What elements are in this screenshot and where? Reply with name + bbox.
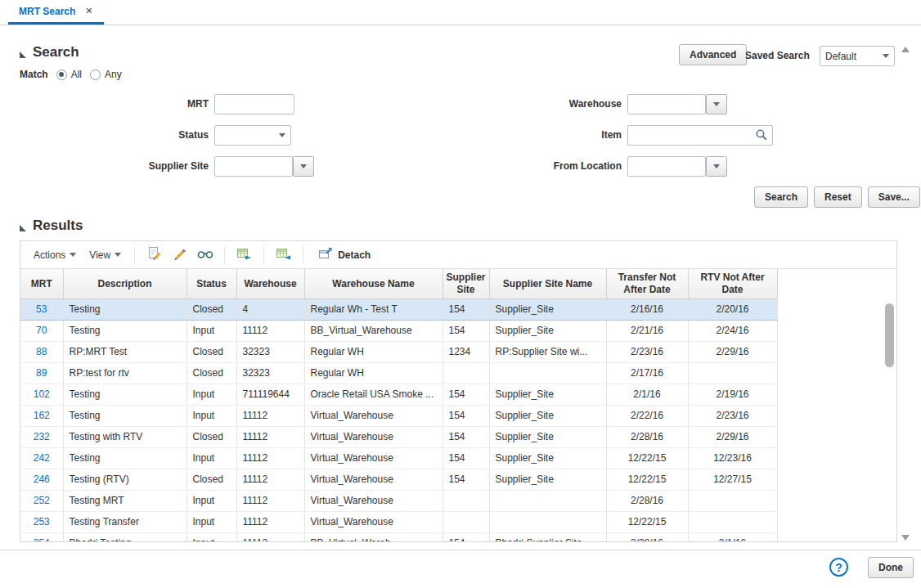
table-cell: Virtual_Warehouse	[304, 490, 443, 511]
toolbar-separator	[134, 247, 135, 263]
warehouse-lov-button[interactable]	[706, 94, 727, 114]
table-cell: Virtual_Warehouse	[304, 426, 443, 447]
mrt-link[interactable]: 254	[20, 532, 63, 541]
table-cell: Supplier_Site	[489, 320, 606, 341]
table-cell: Virtual_Warehouse	[304, 511, 443, 532]
table-cell: Supplier_Site	[489, 447, 606, 469]
saved-search-select[interactable]: Default	[820, 46, 895, 66]
page-scrollbar[interactable]	[899, 45, 911, 542]
table-cell: 11112	[236, 511, 304, 532]
create-button[interactable]	[143, 245, 165, 265]
warehouse-input[interactable]	[627, 94, 706, 114]
item-input[interactable]	[627, 125, 773, 146]
mrt-link[interactable]: 162	[20, 405, 63, 426]
tab-mrt-search[interactable]: MRT Search ✕	[8, 0, 104, 25]
table-row[interactable]: 242TestingInput11112Virtual_Warehouse154…	[20, 447, 777, 469]
column-header[interactable]: Warehouse Name	[304, 269, 443, 298]
mrt-link[interactable]: 242	[20, 447, 63, 469]
column-header[interactable]: Warehouse	[236, 269, 304, 298]
status-select[interactable]	[214, 125, 291, 146]
actions-menu[interactable]: Actions	[29, 247, 81, 263]
column-header[interactable]: Supplier Site	[443, 269, 489, 298]
collapse-results-icon[interactable]	[20, 225, 26, 231]
table-cell: Supplier_Site	[489, 469, 606, 490]
mrt-link[interactable]: 232	[20, 426, 63, 447]
help-button[interactable]: ?	[829, 558, 848, 577]
mrt-link[interactable]: 88	[20, 341, 63, 362]
table-cell: 154	[443, 405, 489, 426]
mrt-link[interactable]: 102	[20, 384, 63, 405]
table-cell: 2/21/16	[606, 320, 688, 341]
mrt-link[interactable]: 252	[20, 490, 63, 511]
table-scrollbar-thumb[interactable]	[885, 303, 894, 367]
export-all-button[interactable]	[272, 245, 294, 265]
saved-search-label: Saved Search	[745, 50, 810, 61]
table-cell: RP:test for rtv	[63, 362, 186, 384]
from-location-lov-button[interactable]	[706, 156, 727, 177]
supplier-site-input[interactable]	[214, 156, 293, 177]
mrt-link[interactable]: 70	[20, 320, 63, 341]
table-row[interactable]: 53TestingClosed4Regular Wh - Test T154Su…	[20, 298, 777, 320]
match-any-label: Any	[105, 69, 122, 80]
detach-label: Detach	[338, 249, 371, 261]
detach-button[interactable]: Detach	[312, 245, 377, 265]
column-header[interactable]: MRT	[20, 269, 63, 298]
supplier-site-lov-button[interactable]	[293, 156, 314, 177]
table-cell: Testing	[63, 405, 186, 426]
table-cell: 12/22/15	[606, 469, 688, 490]
table-row[interactable]: 88RP:MRT TestClosed32323Regular WH1234RP…	[20, 341, 777, 362]
reset-button[interactable]: Reset	[814, 186, 862, 208]
table-row[interactable]: 232Testing with RTVClosed11112Virtual_Wa…	[20, 426, 777, 447]
table-cell: 2/28/16	[606, 426, 688, 447]
item-search-icon[interactable]	[755, 128, 768, 144]
from-location-input[interactable]	[627, 156, 706, 177]
collapse-search-icon[interactable]	[20, 52, 26, 58]
table-cell: 11112	[236, 320, 304, 341]
table-row[interactable]: 89RP:test for rtvClosed32323Regular WH2/…	[20, 362, 777, 384]
chevron-down-icon	[300, 164, 307, 168]
column-header[interactable]: Supplier Site Name	[489, 269, 606, 298]
match-label: Match	[20, 69, 48, 80]
export-to-excel-button[interactable]	[233, 245, 255, 265]
table-cell: Closed	[186, 469, 236, 490]
search-button[interactable]: Search	[754, 186, 808, 208]
table-row[interactable]: 70TestingInput11112BB_Virtual_Warehouse1…	[20, 320, 777, 341]
table-cell: 11112	[236, 426, 304, 447]
mrt-link[interactable]: 253	[20, 511, 63, 532]
edit-button[interactable]	[168, 245, 191, 265]
table-cell	[688, 362, 777, 384]
results-table: MRTDescriptionStatusWarehouseWarehouse N…	[20, 269, 896, 541]
mrt-link[interactable]: 246	[20, 469, 63, 490]
view-record-button[interactable]	[194, 245, 216, 265]
tab-close-icon[interactable]: ✕	[85, 7, 92, 16]
scroll-down-icon[interactable]	[901, 535, 910, 541]
view-menu[interactable]: View	[84, 247, 126, 263]
table-row[interactable]: 254Bhadri TestingInput11112BB_Virtual_Wa…	[20, 532, 777, 541]
table-row[interactable]: 246Testing (RTV)Closed11112Virtual_Wareh…	[20, 469, 777, 490]
match-radio-any[interactable]: Any	[90, 69, 122, 80]
mrt-input[interactable]	[214, 94, 294, 114]
save-button[interactable]: Save...	[868, 186, 920, 208]
table-row[interactable]: 162TestingInput11112Virtual_Warehouse154…	[20, 405, 777, 426]
chevron-down-icon	[70, 253, 76, 257]
table-row[interactable]: 252Testing MRTInput11112Virtual_Warehous…	[20, 490, 777, 511]
table-cell: 154	[443, 469, 489, 490]
advanced-button[interactable]: Advanced	[679, 44, 747, 65]
scroll-up-icon[interactable]	[901, 47, 910, 52]
match-radio-all[interactable]: All	[56, 69, 82, 80]
chevron-down-icon	[279, 133, 285, 137]
column-header[interactable]: Description	[63, 269, 186, 298]
column-header[interactable]: Status	[186, 269, 236, 298]
table-cell: 11112	[236, 405, 304, 426]
match-all-label: All	[71, 69, 82, 80]
column-header[interactable]: RTV Not After Date	[688, 269, 777, 298]
table-row[interactable]: 102TestingInput711119644Oracle Retail US…	[20, 384, 777, 405]
table-cell: 2/19/16	[688, 384, 777, 405]
done-button[interactable]: Done	[868, 557, 914, 578]
mrt-link[interactable]: 89	[20, 362, 63, 384]
table-cell: 154	[443, 426, 489, 447]
mrt-link[interactable]: 53	[20, 298, 63, 320]
view-menu-label: View	[89, 249, 110, 261]
table-row[interactable]: 253Testing TransferInput11112Virtual_War…	[20, 511, 777, 532]
column-header[interactable]: Transfer Not After Date	[606, 269, 688, 298]
